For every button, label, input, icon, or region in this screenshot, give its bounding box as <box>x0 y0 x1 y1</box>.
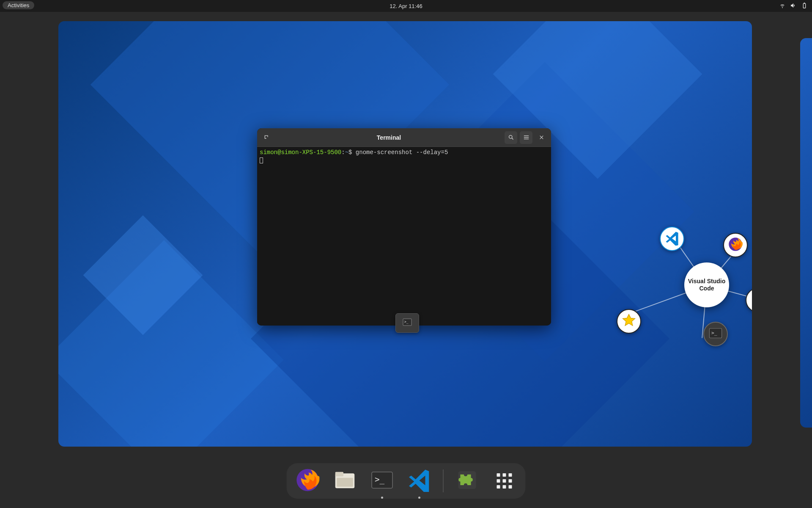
vscode-icon <box>664 230 680 247</box>
wifi-icon <box>779 2 786 10</box>
terminal-prompt-sep: : <box>341 149 345 156</box>
terminal-prompt-user: simon@simon-XPS-15-9500 <box>260 149 341 156</box>
terminal-title: Terminal <box>276 134 502 141</box>
firefox-icon <box>728 237 743 254</box>
svg-rect-18 <box>337 478 353 487</box>
battery-icon <box>801 2 808 10</box>
terminal-icon: >_ <box>401 317 414 329</box>
activities-button[interactable]: Activities <box>3 1 34 9</box>
apps-grid-icon <box>496 472 513 489</box>
running-indicator <box>381 497 383 499</box>
pie-menu: Visual Studio Code >_ <box>629 212 752 381</box>
terminal-titlebar: Terminal <box>257 128 551 147</box>
terminal-prompt-char: $ <box>348 149 352 156</box>
files-icon <box>750 292 752 309</box>
terminal-prompt-path: ~ <box>345 149 348 156</box>
svg-text:>_: >_ <box>711 330 717 336</box>
puzzle-icon <box>455 468 479 494</box>
pie-item-vscode[interactable] <box>660 226 684 251</box>
dock-item-files[interactable] <box>332 467 359 494</box>
window-app-icon[interactable]: >_ <box>395 313 419 333</box>
dock: >_ <box>287 463 526 499</box>
pie-item-firefox[interactable] <box>723 233 748 257</box>
top-bar: Activities 12. Apr 11:46 <box>0 0 812 12</box>
terminal-command: gnome-screenshot --delay=5 <box>356 149 448 156</box>
terminal-icon: >_ <box>370 468 394 494</box>
firefox-icon <box>296 468 320 494</box>
dock-item-extensions[interactable] <box>454 467 481 494</box>
status-area[interactable] <box>779 0 808 12</box>
dock-item-terminal[interactable]: >_ <box>369 467 396 494</box>
dock-separator <box>443 469 444 492</box>
dock-item-vscode[interactable] <box>406 467 433 494</box>
running-indicator <box>418 497 420 499</box>
pie-menu-center-label: Visual Studio Code <box>684 278 729 292</box>
volume-icon <box>790 2 797 10</box>
star-icon <box>621 313 636 330</box>
svg-rect-2 <box>524 135 528 136</box>
terminal-icon: >_ <box>708 326 723 342</box>
svg-rect-17 <box>335 472 343 477</box>
close-button[interactable] <box>535 131 548 144</box>
search-button[interactable] <box>505 131 517 144</box>
dock-item-firefox[interactable] <box>294 467 321 494</box>
clock[interactable]: 12. Apr 11:46 <box>390 3 422 9</box>
hamburger-menu-button[interactable] <box>520 131 532 144</box>
svg-point-0 <box>509 135 512 139</box>
terminal-cursor <box>260 157 263 163</box>
pie-item-terminal[interactable]: >_ <box>703 322 728 346</box>
terminal-window[interactable]: Terminal simon@simon-XPS-15-9500:~$ gnom… <box>257 128 551 326</box>
pie-menu-center[interactable]: Visual Studio Code <box>684 262 729 307</box>
files-icon <box>333 468 357 494</box>
workspace-current[interactable]: Terminal simon@simon-XPS-15-9500:~$ gnom… <box>58 21 752 447</box>
pie-item-favorites[interactable] <box>617 309 641 334</box>
workspace-next[interactable] <box>800 38 812 428</box>
new-tab-button[interactable] <box>261 131 273 144</box>
vscode-icon <box>408 468 431 494</box>
dock-item-show-apps[interactable] <box>491 467 518 494</box>
terminal-body[interactable]: simon@simon-XPS-15-9500:~$ gnome-screens… <box>257 147 551 326</box>
svg-text:>_: >_ <box>404 320 409 324</box>
svg-rect-4 <box>524 139 528 139</box>
svg-rect-3 <box>524 137 528 138</box>
svg-text:>_: >_ <box>375 475 385 484</box>
svg-line-1 <box>512 138 513 139</box>
pie-item-files[interactable] <box>746 288 752 312</box>
